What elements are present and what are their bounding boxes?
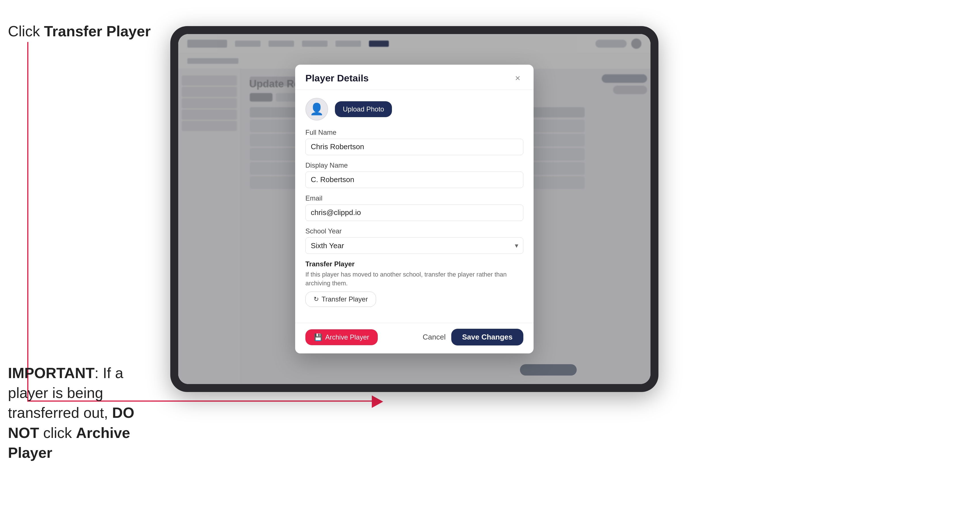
avatar-icon: 👤 xyxy=(310,102,324,116)
archive-player-button[interactable]: 💾 Archive Player xyxy=(305,329,378,345)
transfer-player-label: Transfer Player xyxy=(305,260,523,268)
instruction-top: Click Transfer Player xyxy=(8,23,151,40)
cancel-button[interactable]: Cancel xyxy=(423,333,445,341)
transfer-btn-icon: ↻ xyxy=(313,295,319,303)
modal-title: Player Details xyxy=(305,73,369,84)
modal-overlay: Player Details × 👤 Upload Photo Full Nam xyxy=(178,34,651,384)
archive-icon: 💾 xyxy=(314,333,322,341)
modal-header: Player Details × xyxy=(295,65,534,90)
avatar-placeholder: 👤 xyxy=(305,98,328,121)
archive-label: Archive Player xyxy=(325,333,369,341)
upload-photo-button[interactable]: Upload Photo xyxy=(335,101,392,117)
full-name-group: Full Name xyxy=(305,129,523,155)
full-name-label: Full Name xyxy=(305,129,523,137)
transfer-player-section: Transfer Player If this player has moved… xyxy=(305,260,523,307)
email-label: Email xyxy=(305,194,523,202)
photo-upload-row: 👤 Upload Photo xyxy=(305,98,523,121)
instruction-do-not-rest: click xyxy=(39,425,76,441)
instruction-top-bold: Transfer Player xyxy=(44,23,151,40)
school-year-group: School Year Sixth Year First Year Second… xyxy=(305,227,523,254)
transfer-player-button[interactable]: ↻ Transfer Player xyxy=(305,292,376,307)
display-name-label: Display Name xyxy=(305,161,523,169)
full-name-input[interactable] xyxy=(305,139,523,155)
transfer-player-description: If this player has moved to another scho… xyxy=(305,270,523,288)
modal-body: 👤 Upload Photo Full Name Display Name xyxy=(295,90,534,323)
school-year-label: School Year xyxy=(305,227,523,235)
modal-dialog: Player Details × 👤 Upload Photo Full Nam xyxy=(295,65,534,354)
save-changes-button[interactable]: Save Changes xyxy=(451,329,523,346)
instruction-important: IMPORTANT xyxy=(8,365,94,381)
school-year-select[interactable]: Sixth Year First Year Second Year Third … xyxy=(305,237,523,254)
instruction-bottom: IMPORTANT: If a player is being transfer… xyxy=(8,363,156,463)
tablet-frame: Update Roster Player Details × xyxy=(170,26,659,392)
tablet-screen: Update Roster Player Details × xyxy=(178,34,651,384)
annotation-arrow-head xyxy=(372,395,383,408)
email-group: Email xyxy=(305,194,523,221)
annotation-vertical-line xyxy=(27,42,29,402)
display-name-input[interactable] xyxy=(305,171,523,188)
footer-right-buttons: Cancel Save Changes xyxy=(423,329,523,346)
modal-close-button[interactable]: × xyxy=(512,73,523,84)
email-input[interactable] xyxy=(305,205,523,221)
transfer-btn-label: Transfer Player xyxy=(321,295,368,303)
instruction-top-text: Click xyxy=(8,23,44,40)
school-year-select-wrapper: Sixth Year First Year Second Year Third … xyxy=(305,237,523,254)
display-name-group: Display Name xyxy=(305,161,523,188)
modal-footer: 💾 Archive Player Cancel Save Changes xyxy=(295,323,534,353)
